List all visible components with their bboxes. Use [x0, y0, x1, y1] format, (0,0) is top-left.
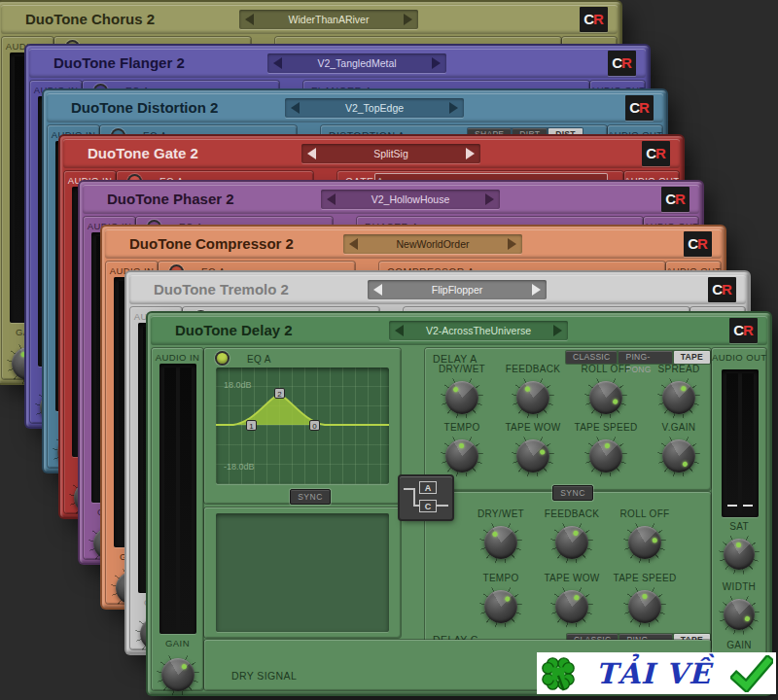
- cr-logo-r: R: [593, 11, 604, 27]
- preset-prev-arrow[interactable]: [395, 325, 404, 336]
- title-bar[interactable]: DuoTone Chorus 2WiderThanARiverCR: [1, 5, 618, 34]
- knob-face: [724, 539, 755, 570]
- knob-pointer: [627, 525, 663, 561]
- mode-button-tape[interactable]: TAPE: [674, 351, 710, 364]
- mode-button-ping-pong[interactable]: PING-PONG: [619, 351, 671, 364]
- tempo-knob[interactable]: [479, 585, 522, 628]
- knob-cell: TAPE WOW: [494, 422, 572, 477]
- eq-handle-0[interactable]: 0: [309, 420, 320, 431]
- knob-indicator-dot: [19, 351, 26, 358]
- knob-cell: V.GAIN: [640, 422, 718, 477]
- knob-pointer: [480, 586, 521, 627]
- title-bar[interactable]: DuoTone Tremolo 2FlipFlopperCR: [129, 275, 746, 304]
- tape-wow-knob[interactable]: [550, 585, 593, 628]
- preset-next-arrow[interactable]: [553, 325, 562, 336]
- tempo-knob[interactable]: [441, 435, 483, 477]
- secondary-display-panel: [204, 508, 401, 638]
- knob-label: FEEDBACK: [533, 508, 611, 519]
- preset-prev-arrow[interactable]: [349, 238, 358, 250]
- knob-cell: FEEDBACK: [494, 364, 572, 419]
- knob-face: [445, 439, 478, 472]
- knob-label: GAIN: [700, 640, 778, 650]
- cr-logo: CR: [708, 277, 736, 302]
- window-title: DuoTone Chorus 2: [25, 11, 155, 27]
- sat-knob[interactable]: [719, 534, 760, 575]
- roll-off-knob[interactable]: [584, 376, 627, 419]
- title-bar[interactable]: DuoTone Gate 2SplitSigCR: [63, 139, 680, 168]
- cr-logo: CR: [608, 51, 636, 76]
- title-bar[interactable]: DuoTone Phaser 2V2_HollowHouseCR: [83, 185, 699, 214]
- cr-logo: CR: [729, 318, 758, 343]
- knob-indicator-dot: [491, 531, 498, 538]
- eq-panel: EQ A 18.0dB -18.0dB 120 SYNC: [204, 348, 401, 504]
- eq-display[interactable]: 18.0dB -18.0dB 120: [216, 368, 389, 484]
- delay-c-sync-button[interactable]: SYNC: [552, 485, 593, 501]
- width-knob[interactable]: [719, 594, 760, 635]
- preset-name: SplitSig: [373, 148, 408, 159]
- knob-face: [161, 658, 194, 691]
- knob-face: [628, 590, 661, 623]
- spread-knob[interactable]: [657, 376, 700, 419]
- preset-next-arrow[interactable]: [404, 14, 412, 25]
- preset-name: V2_HollowHouse: [371, 193, 450, 205]
- knob-indicator-dot: [744, 615, 751, 622]
- window-title: DuoTone Distortion 2: [71, 99, 218, 116]
- mode-button-classic[interactable]: CLASSIC: [566, 351, 617, 364]
- roll-off-knob[interactable]: [623, 521, 666, 564]
- tape-speed-knob[interactable]: [623, 585, 666, 628]
- watermark-banner: TẢI VỀ: [537, 652, 776, 694]
- tape-speed-knob[interactable]: [584, 435, 627, 477]
- preset-prev-arrow[interactable]: [327, 193, 336, 205]
- title-bar[interactable]: DuoTone Delay 2 V2-AcrossTheUniverse CR: [151, 316, 767, 345]
- preset-name: NewWorldOrder: [396, 238, 469, 250]
- preset-selector[interactable]: FlipFlopper: [368, 280, 547, 299]
- knob-pointer: [442, 377, 482, 418]
- preset-next-arrow[interactable]: [466, 148, 475, 159]
- eq-handle-1[interactable]: 1: [246, 420, 257, 431]
- eq-led[interactable]: [217, 353, 228, 364]
- audio-in-meter: [159, 364, 196, 634]
- preset-next-arrow[interactable]: [485, 193, 494, 205]
- knob-indicator-dot: [642, 594, 647, 599]
- knob-pointer: [590, 440, 622, 472]
- preset-prev-arrow[interactable]: [273, 57, 282, 69]
- gain-knob[interactable]: [157, 653, 199, 696]
- tape-wow-knob[interactable]: [512, 435, 554, 477]
- knob-label: TAPE WOW: [494, 422, 572, 433]
- eq-handle-2[interactable]: 2: [274, 388, 285, 399]
- preset-next-arrow[interactable]: [449, 102, 458, 114]
- title-bar[interactable]: DuoTone Flanger 2V2_TangledMetalCR: [29, 49, 646, 78]
- preset-prev-arrow[interactable]: [373, 284, 382, 296]
- preset-selector[interactable]: V2_HollowHouse: [321, 190, 500, 209]
- audio-out-meter: [722, 369, 759, 517]
- preset-selector[interactable]: V2_TopEdge: [285, 98, 464, 118]
- preset-next-arrow[interactable]: [508, 238, 516, 250]
- preset-next-arrow[interactable]: [532, 284, 541, 296]
- knob-pointer: [513, 437, 552, 475]
- preset-prev-arrow[interactable]: [245, 14, 254, 25]
- preset-selector[interactable]: V2_TangledMetal: [267, 53, 446, 73]
- dry-wet-knob[interactable]: [441, 376, 483, 419]
- preset-selector[interactable]: V2-AcrossTheUniverse: [389, 321, 568, 340]
- preset-next-arrow[interactable]: [432, 57, 441, 69]
- knob-cell: WIDTH: [700, 581, 778, 635]
- preset-selector[interactable]: NewWorldOrder: [343, 234, 522, 254]
- knob-indicator-dot: [652, 537, 657, 542]
- eq-sync-button[interactable]: SYNC: [290, 489, 331, 505]
- preset-prev-arrow[interactable]: [291, 102, 300, 114]
- plugin-window-delay: DuoTone Delay 2 V2-AcrossTheUniverse CR …: [148, 313, 770, 694]
- feedback-knob[interactable]: [512, 376, 554, 419]
- feedback-knob[interactable]: [550, 521, 593, 564]
- knob-pointer: [553, 524, 590, 561]
- title-bar[interactable]: DuoTone Distortion 2V2_TopEdgeCR: [47, 93, 663, 122]
- preset-selector[interactable]: WiderThanARiver: [239, 10, 418, 29]
- v-gain-knob[interactable]: [657, 435, 700, 477]
- preset-selector[interactable]: SplitSig: [301, 144, 480, 163]
- gain-label: GAIN: [152, 638, 203, 648]
- title-bar[interactable]: DuoTone Compressor 2NewWorldOrderCR: [105, 229, 722, 259]
- knob-cell: TAPE SPEED: [606, 573, 684, 628]
- knob-indicator-dot: [613, 398, 619, 403]
- ac-routing-switch[interactable]: A C: [400, 476, 452, 519]
- dry-wet-knob[interactable]: [479, 521, 522, 564]
- preset-prev-arrow[interactable]: [307, 148, 316, 159]
